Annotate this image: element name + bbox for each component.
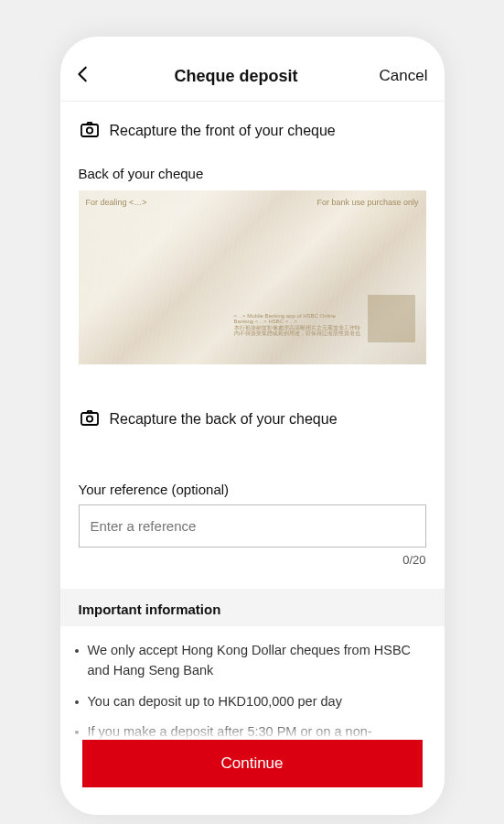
content-scroll: Recapture the front of your cheque Back …	[60, 102, 445, 815]
cheque-mark-left: For dealing <…>	[86, 198, 147, 207]
header: Cheque deposit Cancel	[60, 37, 445, 102]
recapture-front-button[interactable]: Recapture the front of your cheque	[60, 102, 445, 160]
footer: Continue	[60, 721, 445, 815]
reference-label: Your reference (optional)	[79, 482, 426, 497]
phone-frame: Cheque deposit Cancel Recapture the fron…	[60, 37, 445, 815]
camera-icon	[79, 407, 101, 432]
bullet-icon	[75, 700, 79, 704]
svg-point-3	[86, 416, 91, 421]
reference-counter: 0/20	[79, 553, 426, 567]
info-title: Important information	[79, 602, 426, 617]
cheque-mark-right: For bank use purchase only	[316, 198, 418, 207]
svg-rect-2	[81, 413, 98, 425]
recapture-back-button[interactable]: Recapture the back of your cheque	[60, 381, 445, 449]
qr-code-icon	[368, 295, 415, 342]
list-item: You can deposit up to HKD100,000 per day	[75, 692, 423, 712]
bullet-icon	[75, 649, 79, 653]
recapture-front-label: Recapture the front of your cheque	[110, 123, 336, 139]
back-icon[interactable]	[73, 64, 93, 88]
recapture-back-label: Recapture the back of your cheque	[110, 411, 338, 428]
important-info-header: Important information	[60, 589, 445, 626]
camera-icon	[79, 118, 101, 144]
list-item: We only accept Hong Kong Dollar cheques …	[75, 641, 423, 681]
cheque-fineprint: <…> Mobile Banking app of HSBC Online Ba…	[234, 313, 362, 337]
svg-point-1	[86, 127, 91, 133]
cancel-button[interactable]: Cancel	[380, 67, 428, 85]
reference-input[interactable]	[79, 504, 426, 548]
cheque-back-preview[interactable]: For dealing <…> For bank use purchase on…	[79, 190, 426, 364]
page-title: Cheque deposit	[93, 67, 380, 86]
continue-button[interactable]: Continue	[82, 740, 423, 787]
back-of-cheque-label: Back of your cheque	[79, 166, 426, 181]
svg-rect-0	[81, 125, 98, 136]
